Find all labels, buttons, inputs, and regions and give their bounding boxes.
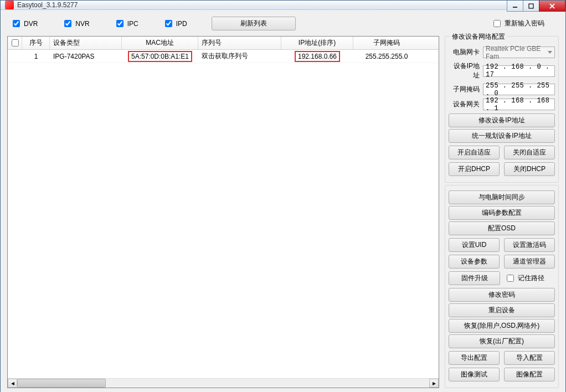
- th-mask[interactable]: 子网掩码: [353, 37, 420, 49]
- row-ip: 设备IP地址 192 . 168 . 0 . 17: [449, 61, 555, 80]
- plan-ip-button[interactable]: 统一规划设备IP地址: [449, 129, 555, 143]
- th-type[interactable]: 设备类型: [50, 37, 122, 49]
- row-gw: 设备网关 192 . 168 . 168 . 1: [449, 99, 555, 110]
- th-mac[interactable]: MAC地址: [122, 37, 198, 49]
- device-ip-input[interactable]: 192 . 168 . 0 . 17: [483, 65, 555, 77]
- svg-rect-1: [529, 4, 533, 8]
- encode-param-button[interactable]: 编码参数配置: [449, 206, 555, 220]
- modify-password-button[interactable]: 修改密码: [449, 288, 555, 302]
- th-serial[interactable]: 序列号: [198, 37, 281, 49]
- import-config-button[interactable]: 导入配置: [504, 351, 555, 365]
- nvr-checkbox[interactable]: [64, 20, 71, 27]
- export-config-button[interactable]: 导出配置: [449, 351, 500, 365]
- side-panel: 修改设备网络配置 电脑网卡 Realtek PCIe GBE Fam 设备IP地…: [445, 36, 559, 388]
- ipd-checkbox[interactable]: [165, 20, 172, 27]
- image-config-button[interactable]: 图像配置: [504, 368, 555, 381]
- minimize-button[interactable]: [507, 1, 523, 12]
- time-sync-button[interactable]: 与电脑时间同步: [449, 190, 555, 204]
- app-window: Easytool_3.1.9.5277 DVR NVR IPC IPD 刷新列表…: [0, 0, 566, 392]
- set-activation-button[interactable]: 设置激活码: [504, 238, 555, 252]
- table-body: 1 IPG-7420PAS 5A:57:0D:0B:A1:E1 双击获取序列号 …: [8, 50, 439, 378]
- auto-on-button[interactable]: 开启自适应: [449, 146, 500, 159]
- window-title: Easytool_3.1.9.5277: [17, 1, 78, 9]
- close-button[interactable]: [539, 1, 565, 12]
- remember-path[interactable]: 记住路径: [505, 271, 555, 285]
- maximize-button[interactable]: [523, 1, 539, 12]
- main-row: 序号 设备类型 MAC地址 序列号 IP地址(排序) 子网掩码 1 IPG-74…: [7, 36, 559, 388]
- th-no[interactable]: 序号: [22, 37, 50, 49]
- device-table: 序号 设备类型 MAC地址 序列号 IP地址(排序) 子网掩码 1 IPG-74…: [7, 36, 439, 388]
- set-uid-button[interactable]: 设置UID: [449, 238, 500, 252]
- subnet-mask-input[interactable]: 255 . 255 . 255 . 0: [483, 84, 555, 95]
- row-nic: 电脑网卡 Realtek PCIe GBE Fam: [449, 47, 555, 58]
- actions-group: 与电脑时间同步 编码参数配置 配置OSD 设置UID 设置激活码 设备参数 通道…: [445, 185, 559, 388]
- dhcp-off-button[interactable]: 关闭DHCP: [504, 162, 555, 176]
- cell-no: 1: [22, 50, 50, 63]
- image-test-button[interactable]: 图像测试: [449, 368, 500, 381]
- reenter-checkbox[interactable]: [493, 20, 501, 27]
- filter-ipd[interactable]: IPD: [163, 18, 187, 29]
- remember-path-checkbox[interactable]: [507, 275, 514, 282]
- horizontal-scrollbar[interactable]: ◂ ▸: [8, 378, 439, 388]
- th-ip[interactable]: IP地址(排序): [281, 37, 353, 49]
- app-icon: [5, 1, 14, 9]
- cell-mask: 255.255.255.0: [353, 50, 420, 63]
- network-config-group: 修改设备网络配置 电脑网卡 Realtek PCIe GBE Fam 设备IP地…: [445, 36, 559, 183]
- reboot-button[interactable]: 重启设备: [449, 303, 555, 317]
- scroll-thumb[interactable]: [17, 379, 106, 388]
- titlebar: Easytool_3.1.9.5277: [1, 1, 565, 10]
- gateway-input[interactable]: 192 . 168 . 168 . 1: [483, 99, 555, 110]
- cell-mac: 5A:57:0D:0B:A1:E1: [122, 50, 198, 63]
- window-buttons: [507, 1, 565, 12]
- body: DVR NVR IPC IPD 刷新列表 重新输入密码 序号 设备类型 MAC地…: [1, 10, 565, 392]
- restore-factory-button[interactable]: 恢复(出厂配置): [449, 334, 555, 348]
- nic-select[interactable]: Realtek PCIe GBE Fam: [483, 47, 555, 58]
- osd-button[interactable]: 配置OSD: [449, 221, 555, 235]
- auto-off-button[interactable]: 关闭自适应: [504, 146, 555, 159]
- filter-ipc[interactable]: IPC: [114, 18, 138, 29]
- dvr-checkbox[interactable]: [13, 20, 20, 27]
- ipc-checkbox[interactable]: [116, 20, 124, 27]
- scroll-left-icon[interactable]: ◂: [8, 379, 17, 388]
- channel-mgr-button[interactable]: 通道管理器: [504, 255, 555, 269]
- firmware-upgrade-button[interactable]: 固件升级: [449, 271, 500, 285]
- dhcp-on-button[interactable]: 开启DHCP: [449, 162, 500, 176]
- scroll-right-icon[interactable]: ▸: [429, 379, 439, 388]
- modify-ip-button[interactable]: 修改设备IP地址: [449, 114, 555, 127]
- refresh-button[interactable]: 刷新列表: [212, 17, 296, 30]
- th-checkbox[interactable]: [8, 37, 22, 49]
- row-mask: 子网掩码 255 . 255 . 255 . 0: [449, 84, 555, 95]
- chevron-down-icon: [548, 51, 552, 54]
- cell-ip: 192.168.0.66: [281, 50, 353, 63]
- filter-dvr[interactable]: DVR: [11, 18, 38, 29]
- table-header: 序号 设备类型 MAC地址 序列号 IP地址(排序) 子网掩码: [8, 37, 439, 50]
- filter-row: DVR NVR IPC IPD 刷新列表 重新输入密码: [7, 16, 559, 32]
- reenter-password[interactable]: 重新输入密码: [491, 18, 544, 29]
- group-title: 修改设备网络配置: [450, 32, 507, 42]
- device-param-button[interactable]: 设备参数: [449, 255, 500, 269]
- cell-type: IPG-7420PAS: [50, 50, 122, 63]
- filter-nvr[interactable]: NVR: [62, 18, 89, 29]
- table-row[interactable]: 1 IPG-7420PAS 5A:57:0D:0B:A1:E1 双击获取序列号 …: [8, 50, 439, 63]
- cell-serial[interactable]: 双击获取序列号: [198, 50, 281, 63]
- restore-keep-button[interactable]: 恢复(除用户,OSD,网络外): [449, 319, 555, 333]
